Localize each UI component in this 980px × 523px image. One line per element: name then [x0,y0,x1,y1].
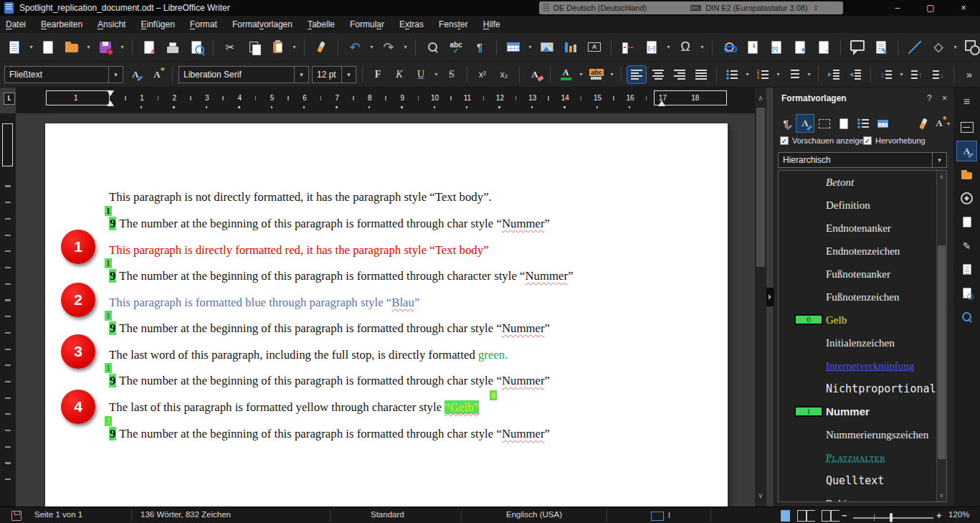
highlight-color-button[interactable]: abc [587,66,606,83]
style-item-quelltext[interactable]: Quelltext [779,469,946,492]
numbered-list-dropdown[interactable]: ▾ [775,65,781,84]
export-pdf-button[interactable]: A [139,37,159,57]
menu-hilfe[interactable]: Hilfe [483,19,500,29]
scroll-down-icon[interactable]: ∨ [937,491,946,501]
paragraph-green[interactable]: The last word of this paragraph, includi… [109,348,508,362]
frame-styles-button[interactable] [816,115,833,132]
special-character-dropdown[interactable]: ▾ [699,38,705,57]
scrollbar-thumb[interactable] [938,245,946,459]
multi-page-view-button[interactable] [797,510,807,522]
menu-format[interactable]: Format [190,19,217,29]
callout-circle-4[interactable]: 4 [61,390,95,424]
decrease-paragraph-spacing-button[interactable]: ↓ [929,66,948,83]
highlighting-checkbox[interactable]: ✓Hervorhebung [863,136,926,145]
italic-button[interactable]: K [390,66,409,83]
combo-arrow-icon[interactable]: ▾ [341,67,356,83]
scroll-down-icon[interactable]: ∨ [755,491,766,501]
style-item-platzhalter[interactable]: Platzhalter [779,446,946,469]
print-preview-button[interactable] [186,37,206,57]
word-count-status[interactable]: 136 Wörter, 832 Zeichen [141,510,231,519]
redo-dropdown[interactable]: ▾ [402,38,409,57]
vertical-ruler[interactable] [0,113,16,506]
callout-circle-1[interactable]: 1 [61,230,95,264]
menu-ansicht[interactable]: Ansicht [97,19,125,29]
insert-table-button[interactable] [503,37,523,57]
new-style-dropdown[interactable]: ▾ [945,115,952,132]
callout-circle-3[interactable]: 3 [61,334,95,369]
style-item-fussnotenzeichen[interactable]: Fußnotenzeichen [779,286,946,308]
new-style-button[interactable]: A [148,66,166,83]
tab-find[interactable] [957,307,976,326]
menu-extras[interactable]: Extras [399,19,424,29]
list-styles-button[interactable] [855,115,872,132]
hyperlink-button[interactable] [719,37,739,57]
numbered-list-button[interactable] [753,66,772,83]
paragraph-styles-button[interactable]: ¶ [777,115,794,132]
document-vertical-scrollbar[interactable]: ∧ ∨ [755,88,766,506]
font-color-button[interactable]: A [556,66,575,83]
undo-dropdown[interactable]: ▾ [368,38,375,57]
menu-datei[interactable]: Datei [6,19,26,29]
paragraph-blue[interactable]: This paragraph is formatted blue through… [109,296,419,310]
bullet-list-button[interactable] [723,66,741,83]
page-style-status[interactable]: Standard [371,510,404,519]
table-styles-button[interactable] [874,115,891,132]
superscript-button[interactable]: x² [473,66,492,83]
insert-textbox-button[interactable]: A [584,37,604,57]
scrollbar-thumb[interactable] [756,108,765,267]
line-spacing-button[interactable]: ↕ [877,66,895,83]
style-item-betont[interactable]: Betont [779,171,946,194]
right-indent-marker[interactable] [658,100,665,106]
style-filter-combo[interactable]: Hierarchisch▾ [778,152,947,168]
zoom-slider-thumb[interactable] [890,513,893,522]
increase-paragraph-spacing-button[interactable]: ↑ [908,66,926,83]
sidebar-close-button[interactable]: × [942,93,947,103]
menu-formular[interactable]: Formular [350,19,384,29]
book-view-button[interactable] [822,510,831,522]
tab-stop-selector[interactable]: L [4,93,15,105]
style-item-gelb[interactable]: 0Gelb [779,308,946,331]
callout-circle-2[interactable]: 2 [61,283,95,317]
copy-button[interactable] [244,37,264,57]
underline-dropdown[interactable]: ▾ [433,65,439,84]
insert-endnote-button[interactable]: [i] [766,37,786,57]
menu-bearbeiten[interactable]: Bearbeiten [41,19,82,29]
show-previews-checkbox[interactable]: ✓Vorschauen anzeigen [780,136,868,145]
align-right-button[interactable] [670,66,689,83]
basic-shapes-dropdown[interactable]: ▾ [952,38,958,57]
style-item-internetverknuepfung[interactable]: Internetverknüpfung [779,354,946,377]
track-changes-button[interactable]: ✎ [871,37,891,57]
menu-formatvorlagen[interactable]: Formatvorlagen [232,19,292,29]
drag-handle-icon[interactable] [543,4,549,12]
style-item-nummer[interactable]: 1Nummer [779,400,946,423]
tab-properties[interactable] [957,118,976,137]
sidebar-menu-button[interactable]: ≡ [957,92,976,111]
horizontal-ruler[interactable]: 1 1 2 3 4 5 6 7 8 9 10 11 12 13 14 15 16… [16,88,755,113]
maximize-button[interactable]: ▢ [914,0,947,16]
scroll-up-icon[interactable]: ∧ [937,172,946,182]
input-language-switcher[interactable]: DE Deutsch (Deutschland) ⌨ DIN E2 (Europ… [539,1,843,14]
style-item-endnotenanker[interactable]: Endnotenanker [779,217,946,240]
bold-button[interactable]: F [368,66,387,83]
zoom-slider-track[interactable] [853,517,933,519]
outline-list-dropdown[interactable]: ▾ [806,65,812,84]
style-item-nummerierungszeichen[interactable]: Nummerierungszeichen [779,423,946,446]
single-page-view-button[interactable] [781,510,790,522]
save-dropdown[interactable]: ▾ [119,38,125,57]
spelling-button[interactable]: abc✓ [446,37,466,57]
save-button[interactable] [95,37,115,57]
align-left-button[interactable] [627,66,646,83]
document-modified-icon[interactable] [11,511,22,521]
zoom-in-button[interactable]: + [936,510,942,521]
underline-button[interactable]: U [411,66,430,83]
document-page[interactable]: 1 2 3 4 This paragraph is not directly f… [45,123,728,507]
insert-chart-button[interactable] [561,37,581,57]
tab-navigator[interactable] [957,189,976,208]
paste-button[interactable] [267,37,287,57]
minimize-button[interactable]: – [881,0,914,16]
special-character-button[interactable]: Ω [675,37,695,57]
align-center-button[interactable] [649,66,667,83]
update-style-button[interactable]: A [126,66,145,83]
layout-spinner[interactable]: ▴▾ [815,4,817,11]
checkbox-checked-icon[interactable]: ✓ [780,136,789,145]
